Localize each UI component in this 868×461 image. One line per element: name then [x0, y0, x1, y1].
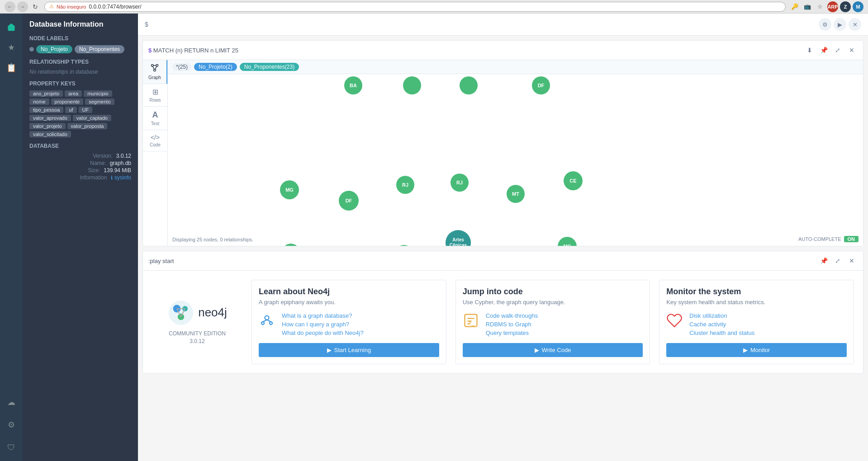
monitor-link-2[interactable]: Cache activity: [689, 321, 754, 328]
graph-node-mg2[interactable]: MG: [558, 237, 577, 246]
reload-button[interactable]: ↻: [30, 1, 41, 12]
monitor-button[interactable]: ▶ Monitor: [666, 343, 847, 357]
graph-node-artes[interactable]: Artes Cênicas: [446, 230, 471, 246]
bookmark-button[interactable]: ☆: [815, 1, 825, 12]
tab-text[interactable]: A Text: [143, 107, 167, 130]
play-expand-button[interactable]: ⤢: [832, 255, 844, 267]
tab-graph[interactable]: Graph: [143, 60, 167, 84]
tab-graph-label: Graph: [148, 75, 161, 80]
query-stop-button[interactable]: ✕: [849, 18, 861, 31]
cast-button[interactable]: 📺: [802, 1, 813, 12]
address-bar[interactable]: ⚠ Não inseguro 0.0.0.0:7474/browser/: [44, 2, 786, 12]
monitor-card-subtitle: Key system health and status metrics.: [666, 299, 847, 306]
result-close-button[interactable]: ✕: [846, 44, 858, 56]
graph-node-sp3[interactable]: SP: [395, 245, 413, 246]
filter-tag-noprojeto[interactable]: No_Projeto(2): [194, 63, 237, 71]
forward-button[interactable]: →: [17, 1, 28, 12]
query-input[interactable]: [153, 21, 814, 28]
autocomplete-badge: AUTO-COMPLETE ON: [798, 236, 859, 242]
sidebar-icon-favorites[interactable]: ★: [2, 38, 20, 56]
text-tab-icon: A: [152, 110, 158, 120]
svg-line-4: [153, 66, 154, 70]
query-settings-button[interactable]: ⚙: [819, 18, 831, 31]
tab-text-label: Text: [151, 121, 159, 126]
node-label-noproponentes[interactable]: No_Proponentes: [75, 45, 124, 53]
start-learning-button[interactable]: ▶ Start Learning: [259, 343, 439, 357]
learn-link-3[interactable]: What do people do with Neo4j?: [282, 329, 364, 336]
profile-m-button[interactable]: M: [853, 1, 863, 12]
monitor-card-icon: [666, 312, 683, 332]
sidebar-icon-help[interactable]: 🛡: [2, 438, 20, 456]
filter-tag-noproponentes[interactable]: No_Proponentes(23): [240, 63, 299, 71]
graph-node-df2[interactable]: DF: [339, 191, 359, 211]
database-section-title: Database: [29, 143, 131, 149]
tab-code-label: Code: [150, 142, 161, 147]
play-pin-button[interactable]: 📌: [818, 255, 830, 267]
play-panel-header: :play start 📌 ⤢ ✕: [143, 251, 863, 271]
sidebar-icon-cloud[interactable]: ☁: [2, 393, 20, 411]
sidebar-icon-home[interactable]: [2, 18, 20, 36]
monitor-icon: ▶: [743, 347, 748, 353]
graph-node-sp1[interactable]: [403, 76, 421, 94]
graph-node-sp2[interactable]: [460, 76, 478, 94]
code-card: Jump into code Use Cypher, the graph que…: [455, 280, 650, 364]
profile-z-button[interactable]: Z: [840, 1, 851, 12]
svg-point-15: [270, 322, 272, 325]
prop-ano-projeto: ano_projeto: [29, 90, 63, 97]
sysinfo-link-text: sysinfo: [114, 174, 131, 181]
sidebar-icon-settings[interactable]: ⚙: [2, 416, 20, 434]
autocomplete-toggle[interactable]: ON: [844, 236, 859, 242]
prop-segmento: segmento: [85, 99, 114, 105]
back-button[interactable]: ←: [5, 1, 15, 12]
play-panel-actions: 📌 ⤢ ✕: [818, 255, 858, 267]
code-link-1[interactable]: Code walk-throughs: [486, 312, 538, 319]
query-run-button[interactable]: ▶: [834, 18, 846, 31]
tab-rows-label: Rows: [149, 98, 161, 103]
graph-canvas[interactable]: BA DF CE MG RJ RJ MT DF Artes Cênicas MG: [168, 74, 863, 246]
node-label-dot: [29, 47, 34, 52]
graph-status-text: Displaying 25 nodes, 0 relationships.: [172, 237, 253, 242]
graph-node-mt[interactable]: MT: [507, 185, 525, 203]
graph-node-rs[interactable]: RS: [282, 244, 300, 246]
prop-area: area: [65, 90, 82, 97]
learn-card-title: Learn about Neo4j: [259, 287, 439, 296]
code-tab-icon: </>: [151, 134, 160, 141]
query-panel: $ ⚙ ▶ ✕: [138, 14, 868, 36]
learn-link-2[interactable]: How can I query a graph?: [282, 321, 364, 328]
code-card-icon: >_: [463, 312, 479, 332]
key-button[interactable]: 🔑: [789, 1, 800, 12]
play-close-button[interactable]: ✕: [846, 255, 858, 267]
sidebar-icon-notes[interactable]: 📋: [2, 59, 20, 77]
neo4j-logo-area: neo4j COMMUNITY EDITION 3.0.12: [152, 280, 242, 364]
graph-node-mg1[interactable]: MG: [280, 180, 299, 199]
graph-node-ce[interactable]: CE: [564, 171, 583, 190]
monitor-link-3[interactable]: Cluster health and status: [689, 329, 754, 336]
node-labels-list: No_Projeto No_Proponentes: [29, 45, 131, 53]
result-download-button[interactable]: ⬇: [804, 44, 816, 56]
db-sysinfo-link[interactable]: ℹ sysinfo: [111, 174, 131, 181]
svg-text:>_: >_: [468, 320, 474, 326]
graph-node-ba[interactable]: BA: [344, 76, 362, 94]
write-code-button[interactable]: ▶ Write Code: [463, 343, 643, 357]
result-expand-button[interactable]: ⤢: [832, 44, 844, 56]
result-header-actions: ⬇ 📌 ⤢ ✕: [804, 44, 858, 56]
start-learning-label: Start Learning: [334, 347, 371, 353]
tab-code[interactable]: </> Code: [143, 130, 167, 151]
graph-node-df1[interactable]: DF: [532, 76, 550, 94]
code-link-3[interactable]: Query templates: [486, 329, 538, 336]
neo4j-brand-text: neo4j: [198, 306, 227, 320]
monitor-link-1[interactable]: Disk utilization: [689, 312, 754, 319]
graph-node-rj2[interactable]: RJ: [451, 174, 469, 192]
profile-arp-button[interactable]: ARP: [827, 1, 838, 12]
result-with-tabs: Graph ⊞ Rows A Text </> Code: [143, 60, 863, 246]
db-name-value: graph.db: [110, 160, 131, 166]
filter-all-count[interactable]: *(25): [172, 63, 191, 71]
graph-node-rj1[interactable]: RJ: [396, 176, 414, 194]
learn-link-1[interactable]: What is a graph database?: [282, 312, 364, 319]
tab-rows[interactable]: ⊞ Rows: [143, 84, 167, 107]
node-label-noprojeto[interactable]: No_Projeto: [36, 45, 72, 53]
browser-actions: 🔑 📺 ☆ ARP Z M: [789, 1, 863, 12]
code-link-2[interactable]: RDBMS to Graph: [486, 321, 538, 328]
svg-point-2: [154, 69, 156, 71]
result-pin-button[interactable]: 📌: [818, 44, 830, 56]
